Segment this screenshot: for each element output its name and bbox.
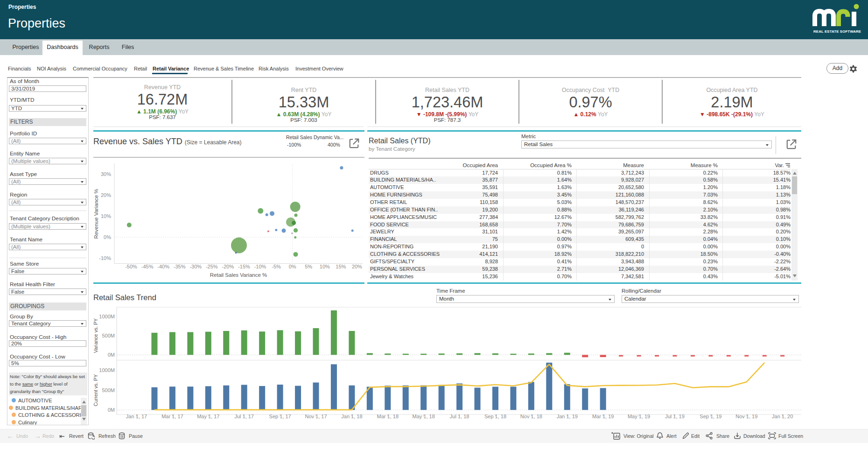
svg-text:-5%: -5% [272,264,281,269]
svg-text:Revenue Variance %: Revenue Variance % [93,189,99,239]
svg-text:-30%: -30% [189,264,202,269]
svg-text:-10%: -10% [254,264,266,269]
svg-text:1000M: 1000M [99,367,115,373]
svg-text:Nov 1, 19: Nov 1, 19 [735,414,757,419]
svg-text:-50%: -50% [125,264,137,269]
svg-text:-35%: -35% [174,264,186,269]
svg-text:-10%: -10% [99,255,111,261]
svg-text:-25%: -25% [206,264,218,269]
svg-text:May 1, 19: May 1, 19 [628,414,650,419]
svg-text:May 1, 18: May 1, 18 [413,414,435,419]
svg-text:0M: 0M [108,352,115,358]
svg-text:Mar 1, 17: Mar 1, 17 [161,414,183,419]
svg-text:500M: 500M [102,333,115,338]
svg-text:500M: 500M [102,387,115,393]
svg-text:5%: 5% [305,264,312,269]
svg-text:May 1, 17: May 1, 17 [197,414,219,419]
svg-text:-40%: -40% [157,264,169,269]
svg-text:-15%: -15% [238,264,250,269]
svg-text:-45%: -45% [141,264,154,269]
svg-text:Nov 1, 17: Nov 1, 17 [305,414,327,419]
svg-text:Retail Sales Variance %: Retail Sales Variance % [210,272,267,278]
svg-text:Sep 1, 17: Sep 1, 17 [269,414,291,419]
svg-text:Nov 1, 18: Nov 1, 18 [520,414,542,419]
svg-text:20%: 20% [101,192,111,198]
svg-text:10%: 10% [320,264,330,269]
svg-text:Jul 1, 17: Jul 1, 17 [234,414,254,419]
svg-text:Jan 1, 19: Jan 1, 19 [557,414,578,419]
svg-text:15%: 15% [336,264,346,269]
svg-text:Current vs. PY: Current vs. PY [93,374,98,406]
svg-text:1000M: 1000M [99,314,115,319]
svg-text:10%: 10% [101,213,111,219]
svg-text:0%: 0% [104,234,111,240]
svg-text:Jul 1, 18: Jul 1, 18 [450,414,469,419]
svg-text:0%: 0% [289,264,296,269]
svg-text:Jan 1, 18: Jan 1, 18 [341,414,362,419]
svg-text:Sep 1, 19: Sep 1, 19 [700,414,721,419]
svg-text:Variance vs. PY: Variance vs. PY [93,318,98,353]
svg-text:Jan 1, 17: Jan 1, 17 [126,414,147,419]
svg-text:Jan 1, 20: Jan 1, 20 [772,414,793,419]
svg-text:20%: 20% [352,264,362,269]
svg-text:-20%: -20% [222,264,234,269]
svg-text:Mar 1, 18: Mar 1, 18 [377,414,399,419]
svg-text:0M: 0M [108,407,115,413]
svg-text:REAL ESTATE SOFTWARE: REAL ESTATE SOFTWARE [813,29,861,34]
svg-text:30%: 30% [101,171,111,177]
svg-text:Mar 1, 19: Mar 1, 19 [592,414,614,419]
svg-text:Jul 1, 19: Jul 1, 19 [665,414,685,419]
svg-text:Sep 1, 18: Sep 1, 18 [484,414,506,419]
